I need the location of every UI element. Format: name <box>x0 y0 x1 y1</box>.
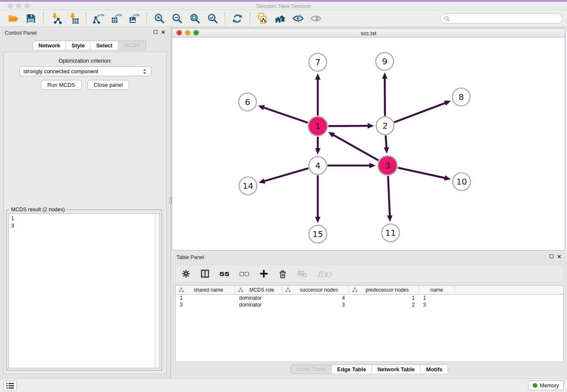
column-header-name[interactable]: name <box>419 286 455 294</box>
graph-edge-4-14[interactable] <box>264 168 308 181</box>
export-image-icon[interactable] <box>128 12 140 25</box>
graph-edge-1-6[interactable] <box>263 108 308 123</box>
graph-edge-2-8[interactable] <box>394 103 446 122</box>
houses-icon[interactable] <box>274 12 286 25</box>
edge-arrowhead <box>368 123 374 129</box>
graph-node-label: 1 <box>315 121 321 131</box>
table-cell[interactable]: 1 <box>176 295 235 301</box>
network-graph[interactable]: 7968124314101511 <box>172 38 565 250</box>
table-body: 1dominator4113dominator323 <box>176 295 563 308</box>
deselect-all-icon[interactable] <box>239 271 249 277</box>
toolbar-separator <box>225 12 225 25</box>
table-cell[interactable]: dominator <box>235 302 282 308</box>
edge-arrowhead <box>384 147 389 154</box>
network-titlebar[interactable]: × − + scc.txt <box>172 28 565 38</box>
clone-network-icon[interactable] <box>256 12 269 25</box>
control-panel-title: Control Panel <box>5 30 37 36</box>
table-panel: Table Panel × f(x) shared <box>172 251 567 377</box>
table-cell[interactable]: 2 <box>349 302 419 308</box>
control-panel: Control Panel × NetworkStyleSelectMCDS O… <box>0 27 169 378</box>
graph-edge-1-2[interactable] <box>328 126 369 126</box>
table-row[interactable]: 3dominator323 <box>176 301 563 308</box>
column-header-predecessor-nodes[interactable]: predecessor nodes <box>349 286 419 294</box>
mcds-result-title: MCDS result (2 nodes) <box>9 207 66 213</box>
network-title: scc.txt <box>172 30 565 36</box>
tab-style[interactable]: Style <box>66 41 90 50</box>
result-scrollbar[interactable] <box>155 214 160 368</box>
close-table-panel-icon[interactable]: × <box>557 254 561 258</box>
graph-edge-3-10[interactable] <box>398 168 445 178</box>
table-cell[interactable]: 1 <box>419 295 455 301</box>
table-cell[interactable]: 1 <box>349 295 419 301</box>
table-panel-title: Table Panel <box>176 254 204 260</box>
graph-edge-2-9[interactable] <box>385 78 385 116</box>
gear-icon[interactable] <box>182 269 190 278</box>
table-cell[interactable]: 4 <box>282 295 349 301</box>
import-table-icon[interactable] <box>67 12 80 25</box>
task-history-button[interactable] <box>3 381 17 391</box>
float-table-panel-icon[interactable] <box>550 254 553 258</box>
select-all-icon[interactable] <box>220 271 229 277</box>
close-panel-button[interactable]: Close panel <box>88 80 129 90</box>
style-eye-icon[interactable] <box>292 12 304 25</box>
toolbar-separator <box>250 12 250 25</box>
table-cell[interactable]: 3 <box>176 302 235 308</box>
refresh-icon[interactable] <box>231 12 244 25</box>
table-cell[interactable]: 3 <box>419 302 455 308</box>
edge-arrowhead <box>444 175 451 181</box>
close-panel-icon[interactable]: × <box>161 30 165 34</box>
tab-edge-table[interactable]: Edge Table <box>331 365 372 374</box>
criterion-select[interactable]: strongly connected component <box>19 66 151 76</box>
export-network-icon[interactable] <box>92 12 105 25</box>
graph-canvas[interactable]: 7968124314101511 <box>172 38 565 250</box>
graph-node-label: 6 <box>245 97 250 107</box>
column-header-mcds-role[interactable]: MCDS role <box>235 286 282 294</box>
search-field[interactable] <box>440 14 563 24</box>
tab-network-table[interactable]: Network Table <box>372 365 420 374</box>
graph-node-label: 11 <box>385 228 396 238</box>
columns-icon[interactable] <box>201 269 209 278</box>
column-header-shared-name[interactable]: shared name <box>176 286 235 294</box>
app-titlebar: Session: New Session <box>0 2 567 10</box>
search-input[interactable] <box>452 15 562 22</box>
table-row[interactable]: 1dominator411 <box>176 295 563 301</box>
column-header-successor-nodes[interactable]: successor nodes <box>282 286 349 294</box>
node-table[interactable]: shared nameMCDS rolesuccessor nodesprede… <box>175 285 564 362</box>
add-column-icon[interactable] <box>259 269 268 278</box>
graph-node-label: 4 <box>315 160 321 171</box>
zoom-fit-icon[interactable] <box>188 12 201 25</box>
edge-arrowhead <box>387 215 393 222</box>
zoom-in-icon[interactable] <box>153 12 165 25</box>
tab-motifs[interactable]: Motifs <box>420 365 448 374</box>
optimization-criterion-label: Optimization criterion: <box>4 58 166 64</box>
memory-label: Memory <box>540 383 559 389</box>
save-icon[interactable] <box>25 12 37 25</box>
open-folder-icon[interactable] <box>7 12 19 25</box>
zoom-selected-icon[interactable] <box>206 12 219 25</box>
memory-button[interactable]: Memory <box>528 381 564 390</box>
float-panel-icon[interactable] <box>154 30 157 34</box>
tab-mcds[interactable]: MCDS <box>118 41 146 50</box>
network-view-window: × − + scc.txt 7968124314101511 <box>172 28 565 251</box>
graph-edge-3-1[interactable] <box>333 135 379 160</box>
export-table-icon[interactable] <box>110 12 123 25</box>
criterion-value: strongly connected component <box>23 68 142 75</box>
table-cell[interactable]: 3 <box>282 302 349 308</box>
zoom-out-icon[interactable] <box>171 12 183 25</box>
tab-node-table[interactable]: Node Table <box>291 365 331 374</box>
delete-column-icon[interactable] <box>278 269 287 279</box>
tab-network[interactable]: Network <box>33 41 66 50</box>
select-chevrons-icon <box>142 68 148 75</box>
edge-arrowhead <box>369 163 376 168</box>
table-toolbar: f(x) <box>175 265 564 283</box>
table-cell[interactable]: dominator <box>235 295 282 301</box>
graph-edge-3-11[interactable] <box>388 176 390 216</box>
mcds-result-area[interactable]: 1 3 <box>8 213 160 368</box>
tab-select[interactable]: Select <box>90 41 118 50</box>
window-title: Session: New Session <box>0 3 567 9</box>
import-network-icon[interactable] <box>50 12 62 25</box>
graph-edge-2-3[interactable] <box>385 135 386 148</box>
status-bar: Memory <box>0 378 567 392</box>
edge-arrowhead <box>382 72 388 79</box>
run-mcds-button[interactable]: Run MCDS <box>41 80 82 90</box>
